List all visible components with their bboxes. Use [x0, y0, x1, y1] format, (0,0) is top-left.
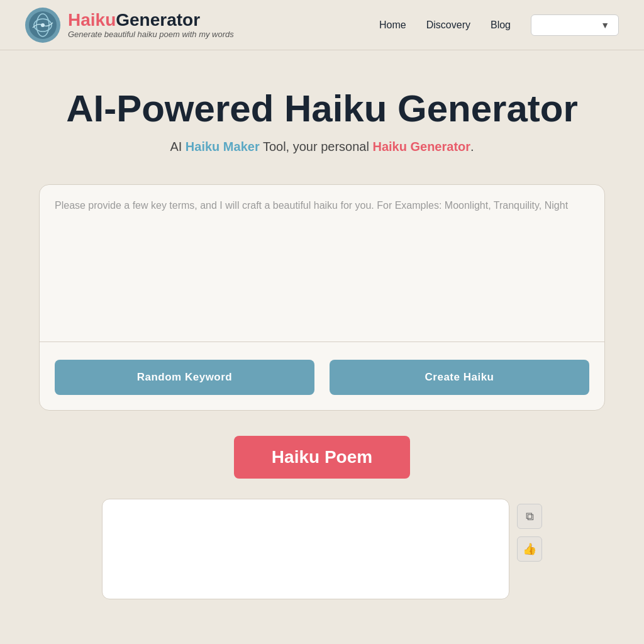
nav-dropdown[interactable]: ▼	[531, 14, 619, 36]
input-card: Random Keyword Create Haiku	[39, 184, 605, 411]
logo-area: HaikuGenerator Generate beautiful haiku …	[25, 8, 234, 43]
nav-blog[interactable]: Blog	[491, 19, 511, 31]
like-button[interactable]: 👍	[517, 536, 542, 562]
logo-subtitle: Generate beautiful haiku poem with my wo…	[68, 30, 234, 39]
button-row: Random Keyword Create Haiku	[40, 345, 604, 410]
logo-generator-text: Generator	[116, 10, 200, 30]
logo-icon	[25, 8, 60, 43]
subtitle-suffix: .	[470, 140, 474, 153]
page-title: AI-Powered Haiku Generator	[66, 88, 578, 130]
nav-home[interactable]: Home	[379, 19, 406, 31]
subtitle-haiku-gen: Haiku Generator	[372, 140, 470, 153]
random-keyword-button[interactable]: Random Keyword	[55, 360, 314, 395]
subtitle-haiku-maker: Haiku Maker	[186, 140, 260, 153]
haiku-poem-banner: Haiku Poem	[234, 436, 410, 479]
copy-button[interactable]: ⧉	[517, 504, 542, 529]
logo-text: HaikuGenerator Generate beautiful haiku …	[68, 11, 234, 40]
create-haiku-button[interactable]: Create Haiku	[330, 360, 589, 395]
like-icon: 👍	[523, 542, 536, 556]
nav-discovery[interactable]: Discovery	[426, 19, 470, 31]
poem-area: ⧉ 👍	[102, 499, 542, 599]
subtitle-middle: Tool, your personal	[260, 140, 373, 153]
chevron-down-icon: ▼	[601, 20, 609, 30]
page-subtitle: AI Haiku Maker Tool, your personal Haiku…	[170, 140, 474, 154]
poem-actions: ⧉ 👍	[517, 499, 542, 562]
main-nav: Home Discovery Blog ▼	[379, 14, 619, 36]
poem-card	[102, 499, 509, 599]
keyword-input[interactable]	[40, 185, 604, 342]
logo-title: HaikuGenerator	[68, 11, 234, 30]
subtitle-prefix: AI	[170, 140, 185, 153]
logo-haiku-text: Haiku	[68, 10, 116, 30]
dropdown-value	[540, 20, 543, 30]
copy-icon: ⧉	[526, 510, 534, 523]
